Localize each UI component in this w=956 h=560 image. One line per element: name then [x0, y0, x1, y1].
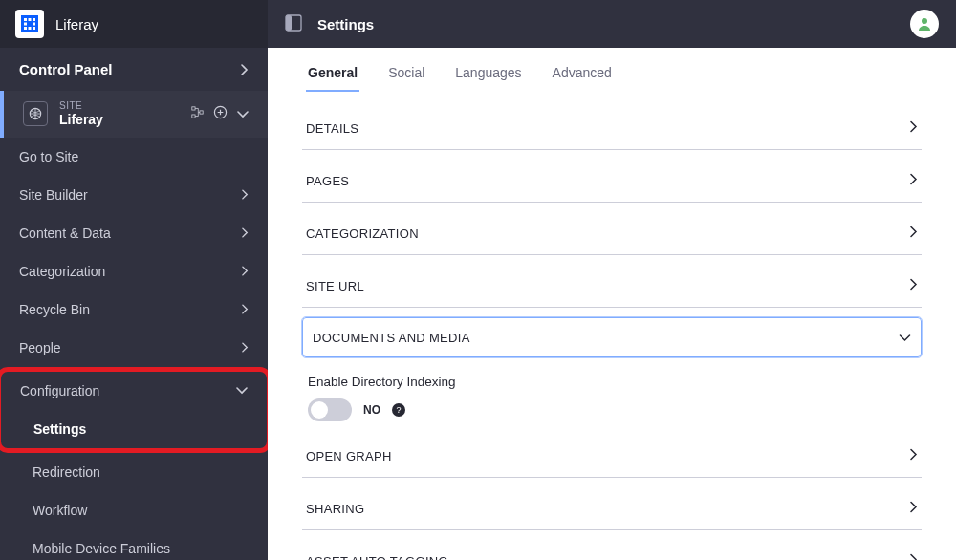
site-actions [191, 105, 249, 122]
help-icon[interactable]: ? [392, 403, 405, 417]
svg-rect-5 [33, 23, 35, 26]
go-to-site-label: Go to Site [19, 149, 78, 164]
svg-rect-6 [24, 27, 27, 30]
sidebar-item-label: Workflow [33, 503, 87, 518]
go-to-site-link[interactable]: Go to Site [0, 138, 268, 176]
sidebar-item-label: Settings [33, 421, 86, 437]
toggle-row: NO ? [308, 398, 916, 421]
toggle-directory-indexing[interactable] [308, 398, 352, 421]
chevron-right-icon [242, 189, 249, 200]
sidebar: Liferay Control Panel SITE Liferay Go to… [0, 0, 268, 560]
sidebar-item-redirection[interactable]: Redirection [0, 453, 268, 491]
chevron-right-icon [910, 553, 918, 560]
section-label: OPEN GRAPH [306, 449, 392, 463]
section-categorization[interactable]: CATEGORIZATION [302, 212, 922, 255]
section-open-graph[interactable]: OPEN GRAPH [302, 435, 922, 478]
section-label: CATEGORIZATION [306, 226, 419, 241]
chevron-down-icon [899, 330, 911, 345]
topbar: Settings [268, 0, 956, 48]
section-sharing[interactable]: SHARING [302, 487, 922, 530]
section-documents-media[interactable]: DOCUMENTS AND MEDIA [302, 317, 922, 357]
sidebar-item-label: Content & Data [19, 226, 111, 241]
svg-rect-1 [24, 18, 27, 21]
chevron-right-icon [910, 120, 918, 136]
toggle-state-text: NO [363, 403, 380, 417]
page-title: Settings [317, 16, 374, 32]
brand-row: Liferay [0, 0, 268, 48]
svg-rect-11 [192, 115, 195, 118]
chevron-right-icon [242, 342, 249, 353]
svg-point-16 [922, 18, 927, 24]
tree-icon[interactable] [191, 106, 204, 121]
section-pages[interactable]: PAGES [302, 160, 922, 203]
section-label: SHARING [306, 502, 364, 516]
svg-rect-3 [33, 18, 35, 21]
svg-rect-4 [24, 23, 27, 26]
sidebar-item-label: Mobile Device Families [33, 541, 170, 556]
sidebar-item-settings[interactable]: Settings [1, 410, 267, 448]
tab-languages[interactable]: Languages [453, 59, 523, 92]
site-selector[interactable]: SITE Liferay [0, 91, 268, 138]
sidebar-item-content-data[interactable]: Content & Data [0, 214, 268, 252]
svg-rect-12 [200, 111, 203, 114]
tabs: General Social Languages Advanced [268, 48, 956, 92]
user-avatar[interactable] [910, 10, 939, 38]
chevron-right-icon [910, 278, 918, 293]
section-label: DOCUMENTS AND MEDIA [313, 331, 470, 345]
field-label-directory-indexing: Enable Directory Indexing [308, 375, 916, 389]
section-asset-auto-tagging[interactable]: ASSET AUTO TAGGING [302, 540, 922, 560]
sidebar-item-label: People [19, 340, 61, 355]
documents-media-body: Enable Directory Indexing NO ? [302, 357, 922, 435]
brand-name: Liferay [55, 16, 98, 32]
section-site-url[interactable]: SITE URL [302, 265, 922, 308]
tab-general[interactable]: General [306, 59, 359, 92]
section-label: ASSET AUTO TAGGING [306, 554, 448, 561]
chevron-right-icon [910, 173, 918, 188]
svg-rect-2 [29, 18, 32, 21]
site-name: Liferay [59, 112, 191, 128]
control-panel-label: Control Panel [19, 61, 113, 77]
section-label: PAGES [306, 174, 349, 188]
sidebar-item-categorization[interactable]: Categorization [0, 252, 268, 291]
chevron-right-icon [241, 64, 249, 75]
chevron-down-icon [236, 387, 248, 395]
svg-rect-15 [286, 15, 292, 31]
sidebar-item-workflow[interactable]: Workflow [0, 491, 268, 529]
svg-rect-0 [21, 15, 38, 32]
chevron-right-icon [910, 226, 918, 241]
sidebar-item-label: Site Builder [19, 187, 88, 203]
brand-logo [15, 10, 44, 38]
tab-social[interactable]: Social [386, 59, 426, 92]
panel-toggle-icon[interactable] [285, 14, 302, 34]
user-icon [917, 16, 932, 32]
highlight-annotation: Configuration Settings [0, 367, 268, 453]
sidebar-item-people[interactable]: People [0, 329, 268, 367]
sidebar-item-label: Categorization [19, 264, 105, 279]
svg-rect-10 [192, 107, 195, 110]
sidebar-item-configuration[interactable]: Configuration [1, 372, 267, 410]
liferay-logo-icon [21, 15, 38, 32]
chevron-right-icon [242, 304, 249, 314]
main-area: Settings General Social Languages Advanc… [268, 0, 956, 560]
chevron-down-icon[interactable] [237, 106, 249, 121]
compass-icon [23, 101, 48, 126]
content: DETAILS PAGES CATEGORIZATION SITE URL DO… [268, 92, 956, 560]
chevron-right-icon [910, 501, 918, 516]
site-texts: SITE Liferay [59, 100, 191, 128]
sidebar-item-recycle-bin[interactable]: Recycle Bin [0, 291, 268, 329]
chevron-right-icon [242, 266, 249, 276]
sidebar-item-mobile-device[interactable]: Mobile Device Families [0, 529, 268, 560]
site-label: SITE [59, 100, 191, 112]
sidebar-item-label: Configuration [20, 383, 99, 398]
svg-rect-7 [29, 27, 32, 30]
section-details[interactable]: DETAILS [302, 107, 922, 150]
plus-circle-icon[interactable] [213, 105, 228, 122]
sidebar-item-label: Recycle Bin [19, 302, 90, 317]
section-label: SITE URL [306, 279, 364, 293]
svg-rect-8 [33, 27, 35, 30]
chevron-right-icon [910, 448, 918, 463]
control-panel-header[interactable]: Control Panel [0, 48, 268, 91]
chevron-right-icon [242, 227, 249, 238]
sidebar-item-site-builder[interactable]: Site Builder [0, 176, 268, 214]
tab-advanced[interactable]: Advanced [551, 59, 614, 92]
